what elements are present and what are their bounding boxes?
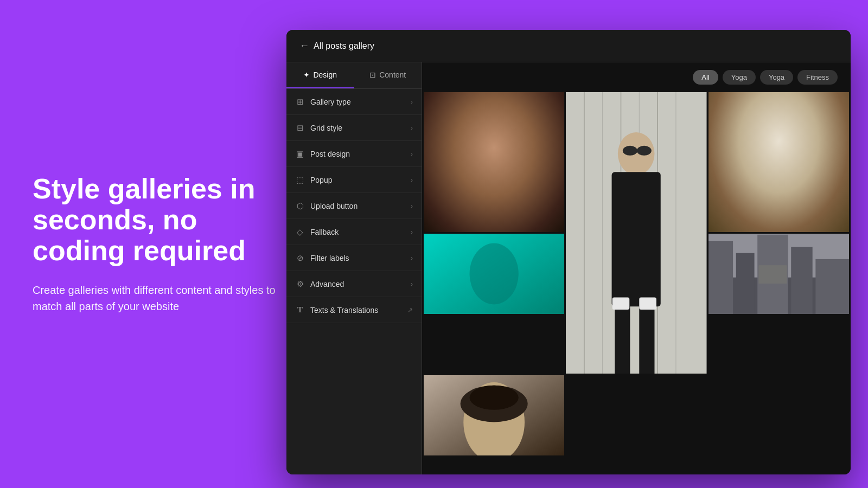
svg-point-4	[470, 105, 500, 142]
app-body: ✦ Design ⊡ Content ⊞ Gallery type ›	[286, 62, 851, 474]
tab-design-label: Design	[313, 70, 337, 79]
svg-rect-32	[709, 92, 849, 232]
headline: Style galleries in seconds, no coding re…	[33, 174, 282, 267]
gallery-area: All Yoga Yoga Fitness	[422, 62, 851, 474]
filter-all[interactable]: All	[693, 70, 718, 85]
tab-content-label: Content	[379, 70, 406, 79]
menu-label-upload-button: Upload button	[310, 202, 358, 210]
subtext: Create galleries with different content …	[33, 282, 282, 314]
svg-rect-23	[709, 92, 849, 232]
svg-point-22	[637, 146, 652, 156]
menu-label-advanced: Advanced	[310, 280, 344, 288]
chevron-icon-6: ›	[411, 254, 413, 262]
menu-item-advanced[interactable]: ⚙ Advanced ›	[286, 271, 422, 297]
filter-fitness[interactable]: Fitness	[797, 70, 838, 85]
svg-rect-6	[424, 92, 564, 232]
gallery-grid	[422, 92, 851, 474]
chevron-icon-5: ›	[411, 228, 413, 236]
gallery-item-6[interactable]	[424, 375, 564, 455]
svg-rect-42	[791, 247, 812, 314]
svg-rect-44	[758, 265, 787, 284]
left-panel: Style galleries in seconds, no coding re…	[33, 174, 282, 314]
menu-item-post-design[interactable]: ▣ Post design ›	[286, 141, 422, 167]
filter-labels-icon: ⊘	[295, 253, 305, 263]
svg-point-1	[461, 99, 528, 178]
menu-item-upload-button[interactable]: ⬡ Upload button ›	[286, 193, 422, 219]
menu-item-grid-style[interactable]: ⊟ Grid style ›	[286, 115, 422, 141]
back-arrow-icon: ←	[299, 40, 309, 52]
design-icon: ✦	[303, 70, 310, 79]
content-icon: ⊡	[369, 70, 376, 79]
app-header: ← All posts gallery	[286, 30, 851, 62]
svg-point-30	[770, 131, 781, 139]
svg-point-2	[461, 101, 497, 150]
tab-content[interactable]: ⊡ Content	[354, 62, 422, 88]
menu-label-texts-translations: Texts & Translations	[310, 306, 378, 314]
svg-point-25	[748, 114, 791, 163]
app-window: ← All posts gallery ✦ Design ⊡ Content	[286, 30, 851, 474]
chevron-icon-4: ›	[411, 202, 413, 210]
gallery-item-2[interactable]	[566, 92, 706, 374]
chevron-icon-1: ›	[411, 124, 413, 132]
upload-button-icon: ⬡	[295, 201, 305, 211]
fallback-icon: ◇	[295, 227, 305, 237]
svg-rect-17	[615, 300, 630, 374]
sidebar-menu: ⊞ Gallery type › ⊟ Grid style › ▣ Post	[286, 89, 422, 474]
back-button[interactable]: ← All posts gallery	[299, 40, 374, 52]
menu-item-gallery-type[interactable]: ⊞ Gallery type ›	[286, 89, 422, 115]
svg-point-35	[470, 243, 519, 305]
tab-design[interactable]: ✦ Design	[286, 62, 354, 88]
svg-point-21	[623, 146, 637, 156]
svg-point-28	[798, 187, 820, 206]
chevron-icon-7: ›	[411, 280, 413, 288]
texts-translations-icon: T	[295, 305, 305, 314]
popup-icon: ⬚	[295, 175, 305, 185]
tab-bar: ✦ Design ⊡ Content	[286, 62, 422, 89]
gallery-item-3[interactable]	[709, 92, 849, 232]
menu-label-fallback: Fallback	[310, 228, 339, 236]
menu-item-filter-labels[interactable]: ⊘ Filter labels ›	[286, 245, 422, 271]
menu-item-texts-translations[interactable]: T Texts & Translations ↗	[286, 297, 422, 323]
filter-bar: All Yoga Yoga Fitness	[422, 62, 851, 92]
gallery-item-5[interactable]	[709, 234, 849, 374]
menu-label-grid-style: Grid style	[310, 124, 342, 132]
svg-rect-16	[612, 172, 661, 306]
sidebar: ✦ Design ⊡ Content ⊞ Gallery type ›	[286, 62, 422, 474]
svg-rect-43	[815, 259, 849, 314]
svg-rect-0	[424, 92, 564, 232]
filter-yoga-2[interactable]: Yoga	[760, 70, 793, 85]
svg-point-29	[759, 131, 770, 139]
svg-rect-24	[709, 92, 849, 232]
svg-rect-19	[612, 297, 630, 310]
menu-label-gallery-type: Gallery type	[310, 98, 351, 106]
menu-item-popup[interactable]: ⬚ Popup ›	[286, 167, 422, 193]
svg-point-3	[486, 95, 520, 138]
external-link-icon: ↗	[407, 306, 413, 314]
svg-point-49	[470, 386, 519, 410]
svg-point-31	[750, 108, 789, 135]
gallery-type-icon: ⊞	[295, 97, 305, 107]
chevron-icon-2: ›	[411, 150, 413, 158]
svg-rect-18	[640, 300, 655, 374]
gallery-item-4[interactable]	[424, 234, 564, 374]
svg-point-5	[445, 138, 542, 232]
svg-point-27	[778, 194, 815, 218]
chevron-icon-3: ›	[411, 176, 413, 184]
grid-style-icon: ⊟	[295, 123, 305, 133]
post-design-icon: ▣	[295, 149, 305, 159]
svg-rect-40	[736, 253, 754, 314]
svg-point-26	[736, 147, 803, 232]
advanced-icon: ⚙	[295, 279, 305, 289]
svg-rect-39	[709, 241, 733, 314]
app-title: All posts gallery	[314, 41, 374, 51]
chevron-icon-0: ›	[411, 98, 413, 106]
filter-yoga-1[interactable]: Yoga	[723, 70, 756, 85]
menu-label-post-design: Post design	[310, 150, 350, 158]
menu-label-filter-labels: Filter labels	[310, 254, 349, 262]
menu-label-popup: Popup	[310, 176, 332, 184]
menu-item-fallback[interactable]: ◇ Fallback ›	[286, 219, 422, 245]
gallery-item-1[interactable]	[424, 92, 564, 232]
svg-rect-20	[640, 297, 657, 310]
